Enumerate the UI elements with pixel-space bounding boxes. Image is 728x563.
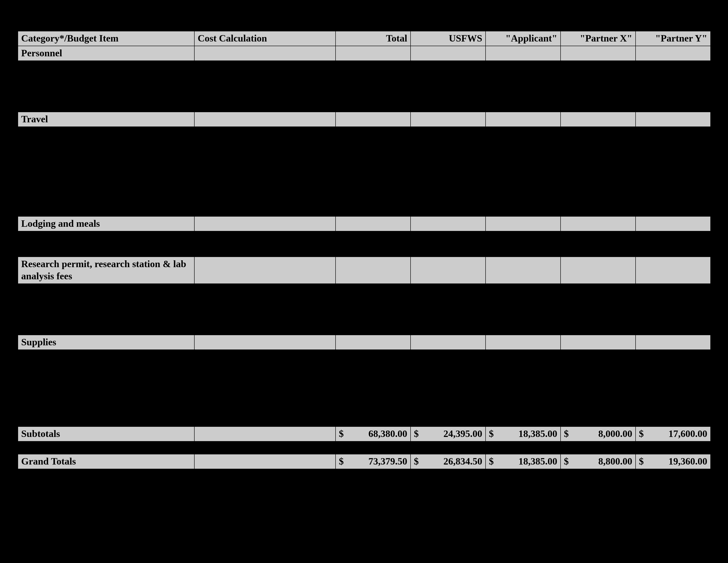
col-header-partnerx: "Partner X" bbox=[580, 33, 632, 44]
currency-symbol: $ bbox=[639, 428, 644, 440]
table-row bbox=[18, 414, 711, 427]
section-cell bbox=[336, 335, 411, 350]
money-cell: $18,385.00 bbox=[489, 455, 557, 467]
section-label-travel: Travel bbox=[21, 114, 48, 124]
section-cell bbox=[636, 257, 711, 284]
currency-symbol: $ bbox=[489, 455, 494, 467]
col-header-category: Category*/Budget Item bbox=[21, 33, 118, 44]
money-cell: $8,800.00 bbox=[564, 455, 632, 467]
section-cell bbox=[486, 112, 561, 127]
budget-table-container: Category*/Budget ItemCost CalculationTot… bbox=[18, 31, 710, 469]
table-row bbox=[18, 375, 711, 388]
section-cell: Supplies bbox=[18, 335, 194, 350]
currency-symbol: $ bbox=[564, 428, 569, 440]
section-cell bbox=[336, 112, 411, 127]
currency-symbol: $ bbox=[339, 428, 344, 440]
table-row bbox=[18, 363, 711, 375]
grand-total: $73,379.50 bbox=[336, 454, 411, 469]
currency-symbol: $ bbox=[414, 428, 419, 440]
section-cell: Travel bbox=[18, 112, 194, 127]
grand-applicant: $18,385.00 bbox=[486, 454, 561, 469]
table-row bbox=[18, 401, 711, 414]
col-header-partnery: "Partner Y" bbox=[655, 33, 707, 44]
section-cell bbox=[561, 112, 636, 127]
section-cell bbox=[486, 257, 561, 284]
section-row-supplies: Supplies bbox=[18, 335, 711, 350]
money-cell: $17,600.00 bbox=[639, 428, 707, 440]
section-cell bbox=[636, 112, 711, 127]
subtotals-partnerx: $8,000.00 bbox=[561, 427, 636, 441]
section-cell bbox=[636, 335, 711, 350]
section-cell bbox=[561, 335, 636, 350]
col-header-cost: Cost Calculation bbox=[198, 33, 267, 44]
table-row bbox=[18, 284, 711, 297]
section-cell bbox=[636, 216, 711, 231]
section-cell bbox=[486, 46, 561, 61]
table-row bbox=[18, 165, 711, 178]
money-cell: $68,380.00 bbox=[339, 428, 407, 440]
section-row-lodging: Lodging and meals bbox=[18, 216, 711, 231]
currency-symbol: $ bbox=[489, 428, 494, 440]
section-cell bbox=[411, 335, 486, 350]
amount: 73,379.50 bbox=[368, 455, 407, 467]
amount: 18,385.00 bbox=[518, 455, 557, 467]
section-label-personnel: Personnel bbox=[21, 48, 62, 58]
section-cell: Lodging and meals bbox=[18, 216, 194, 231]
section-cell bbox=[561, 46, 636, 61]
currency-symbol: $ bbox=[414, 455, 419, 467]
subtotals-applicant: $18,385.00 bbox=[486, 427, 561, 441]
section-cell bbox=[411, 46, 486, 61]
currency-symbol: $ bbox=[339, 455, 344, 467]
section-cell bbox=[336, 257, 411, 284]
amount: 17,600.00 bbox=[668, 428, 707, 440]
section-cell bbox=[561, 257, 636, 284]
col-header: "Partner Y" bbox=[636, 31, 711, 46]
section-label-lodging: Lodging and meals bbox=[21, 218, 100, 229]
section-cell bbox=[636, 46, 711, 61]
amount: 8,000.00 bbox=[598, 428, 632, 440]
section-cell bbox=[194, 257, 336, 284]
table-row bbox=[18, 322, 711, 335]
amount: 68,380.00 bbox=[368, 428, 407, 440]
section-cell bbox=[411, 257, 486, 284]
amount: 26,834.50 bbox=[443, 455, 482, 467]
money-cell: $26,834.50 bbox=[414, 455, 482, 467]
col-header: Cost Calculation bbox=[194, 31, 336, 46]
table-row bbox=[18, 350, 711, 363]
budget-table: Category*/Budget ItemCost CalculationTot… bbox=[18, 31, 711, 469]
money-cell: $73,379.50 bbox=[339, 455, 407, 467]
section-cell bbox=[336, 46, 411, 61]
table-row bbox=[18, 99, 711, 112]
section-row-research: Research permit, research station & lab … bbox=[18, 257, 711, 284]
section-cell bbox=[194, 216, 336, 231]
grand-label: Grand Totals bbox=[21, 456, 76, 467]
table-row bbox=[18, 152, 711, 165]
table-row bbox=[18, 178, 711, 191]
table-row bbox=[18, 388, 711, 401]
money-cell: $18,385.00 bbox=[489, 428, 557, 440]
col-header: Category*/Budget Item bbox=[18, 31, 194, 46]
subtotals-cell: Subtotals bbox=[18, 427, 194, 441]
section-cell bbox=[411, 112, 486, 127]
grand-cell bbox=[194, 454, 336, 469]
money-cell: $24,395.00 bbox=[414, 428, 482, 440]
table-row bbox=[18, 297, 711, 309]
section-cell bbox=[411, 216, 486, 231]
section-row-travel: Travel bbox=[18, 112, 711, 127]
section-label-research: Research permit, research station & lab … bbox=[21, 258, 186, 282]
amount: 24,395.00 bbox=[443, 428, 482, 440]
currency-symbol: $ bbox=[639, 455, 644, 467]
col-header: "Partner X" bbox=[561, 31, 636, 46]
table-row bbox=[18, 244, 711, 257]
grand-usfws: $26,834.50 bbox=[411, 454, 486, 469]
grand-partnery: $19,360.00 bbox=[636, 454, 711, 469]
money-cell: $8,000.00 bbox=[564, 428, 632, 440]
section-row-personnel: Personnel bbox=[18, 46, 711, 61]
table-header-row: Category*/Budget ItemCost CalculationTot… bbox=[18, 31, 711, 46]
col-header-applicant: "Applicant" bbox=[505, 33, 557, 44]
subtotals-row: Subtotals$68,380.00$24,395.00$18,385.00$… bbox=[18, 427, 711, 441]
section-cell bbox=[561, 216, 636, 231]
section-label-supplies: Supplies bbox=[21, 337, 56, 348]
subtotals-usfws: $24,395.00 bbox=[411, 427, 486, 441]
table-row bbox=[18, 191, 711, 203]
